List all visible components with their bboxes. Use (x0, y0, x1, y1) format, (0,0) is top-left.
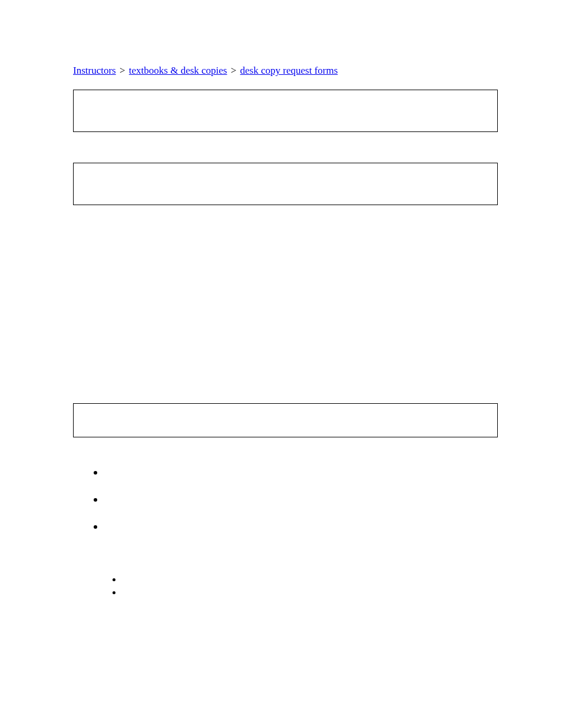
content-box-3 (73, 403, 498, 437)
list-item (105, 520, 499, 526)
bullet-list (73, 466, 499, 526)
breadcrumb-link-textbooks[interactable]: textbooks & desk copies (129, 65, 227, 76)
list-item (123, 586, 499, 592)
breadcrumb-link-instructors[interactable]: Instructors (73, 65, 116, 76)
content-box-1 (73, 90, 498, 132)
page: Instructors > textbooks & desk copies > … (0, 0, 562, 728)
list-item (123, 573, 499, 579)
breadcrumb: Instructors > textbooks & desk copies > … (73, 65, 499, 77)
spacer (73, 437, 499, 466)
nested-list-container (73, 573, 499, 592)
list-item (105, 493, 499, 499)
nested-bullet-list (123, 573, 499, 592)
breadcrumb-link-desk-copy[interactable]: desk copy request forms (240, 65, 338, 76)
list-item (105, 466, 499, 472)
content-box-2 (73, 163, 498, 205)
spacer (73, 205, 499, 403)
breadcrumb-separator: > (117, 65, 128, 76)
breadcrumb-separator: > (228, 65, 239, 76)
